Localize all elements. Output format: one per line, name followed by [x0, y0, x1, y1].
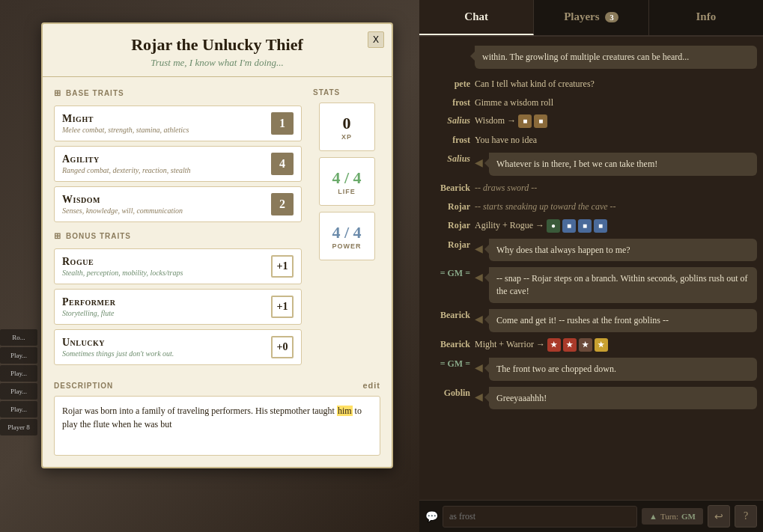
turn-label: Turn:: [660, 512, 678, 521]
trait-agility-info: Agility Ranged combat, dexterity, reacti…: [62, 153, 271, 174]
chat-input[interactable]: [443, 506, 637, 528]
stat-xp-label: XP: [341, 133, 352, 141]
stat-life-label: LIFE: [338, 188, 356, 195]
trait-might-value: 1: [271, 112, 294, 135]
msg-salius-wisdom: Wisdom → ■ ■: [475, 114, 757, 128]
message-frost-noidea: frost You have no idea: [425, 132, 757, 148]
msg-bg-bubble: within. The growling of multiple creatur…: [475, 46, 757, 69]
msg-gm-chopped-bubble: The front two are chopped down.: [489, 358, 757, 381]
sidebar-player-4[interactable]: Play...: [0, 383, 37, 400]
stat-xp-value: 0: [343, 114, 351, 133]
traits-section: ⊞ BASE TRAITS Might Melee combat, streng…: [54, 88, 302, 370]
message-goblin: Goblin ◀ Greeyaaahhh!: [425, 385, 757, 412]
msg-sender-gm-1: = GM =: [425, 267, 470, 279]
msg-gm-chopped: The front two are chopped down.: [489, 358, 757, 381]
trait-performer-desc: Storytelling, flute: [62, 309, 271, 317]
turn-arrow-icon: ▲: [649, 512, 657, 521]
salius-dice: ■ ■: [518, 114, 547, 128]
msg-goblin-bubble: Greeyaaahhh!: [489, 387, 757, 410]
msg-sender-bearick-1: Bearick: [425, 182, 470, 194]
description-header: DESCRIPTION edit: [54, 381, 380, 390]
msg-frost-noidea: You have no idea: [475, 134, 757, 147]
sidebar-player-2[interactable]: Play...: [0, 347, 37, 364]
die-2: ■: [534, 114, 547, 128]
arrow-gm-1: ◀: [475, 271, 483, 284]
die-rojar-1: ●: [547, 219, 560, 233]
msg-salius-bet-bubble: Whatever is in there, I bet we can take …: [489, 153, 757, 176]
chat-input-bar: 💬 ▲ Turn: GM ↩ ?: [419, 500, 763, 532]
trait-unlucky-value: +0: [271, 336, 294, 358]
trait-rogue-value: +1: [271, 255, 294, 278]
message-bearick-sword: Bearick -- draws sword --: [425, 180, 757, 196]
trait-might-desc: Melee combat, strength, stamina, athleti…: [62, 126, 271, 134]
msg-sender-rojar-2: Rojar: [425, 219, 470, 231]
trait-unlucky-name: Unlucky: [62, 337, 271, 349]
highlight-him: him: [337, 406, 353, 416]
chat-send-button[interactable]: ↩: [708, 505, 730, 528]
msg-gm-snap: -- snap -- Rojar steps on a branch. With…: [489, 267, 757, 303]
message-gm-chopped: = GM = ◀ The front two are chopped down.: [425, 356, 757, 382]
left-panel: X Rojar the Unlucky Thief Trust me, I kn…: [0, 0, 419, 532]
msg-sender-goblin: Goblin: [425, 387, 470, 399]
message-frost-wisdom: frost Gimme a wisdom roll: [425, 95, 757, 111]
character-card: X Rojar the Unlucky Thief Trust me, I kn…: [41, 22, 393, 468]
card-header: X Rojar the Unlucky Thief Trust me, I kn…: [43, 24, 392, 77]
card-body: ⊞ BASE TRAITS Might Melee combat, streng…: [43, 77, 392, 381]
die-bearick-2: ★: [563, 338, 577, 352]
tab-chat[interactable]: Chat: [419, 0, 534, 35]
msg-sender-pete: pete: [425, 78, 470, 90]
arrow-gm-2: ◀: [475, 361, 483, 374]
stat-power: 4 / 4 POWER: [319, 212, 375, 260]
sidebar-player-6[interactable]: Player 8: [0, 419, 37, 435]
sidebar-player-5[interactable]: Play...: [0, 401, 37, 418]
trait-agility-name: Agility: [62, 153, 271, 165]
turn-indicator: ▲ Turn: GM: [642, 508, 703, 525]
msg-goblin: Greeyaaahhh!: [489, 387, 757, 410]
arrow-bearick: ◀: [475, 313, 483, 325]
msg-sender-empty: [425, 46, 470, 46]
msg-sender-bearick-3: Bearick: [425, 338, 470, 350]
chat-messages[interactable]: within. The growling of multiple creatur…: [419, 37, 763, 500]
chat-help-button[interactable]: ?: [735, 505, 757, 528]
description-edit-button[interactable]: edit: [362, 381, 380, 390]
msg-bearick-warrior: Might + Warrior → ★ ★ ★ ★: [475, 338, 757, 352]
stats-label: STATS: [313, 88, 340, 97]
msg-bearick-come-bubble: Come and get it! -- rushes at the front …: [489, 309, 757, 332]
msg-sender-rojar-1: Rojar: [425, 201, 470, 213]
msg-sender-rojar-3: Rojar: [425, 239, 470, 251]
arrow-rojar: ◀: [475, 242, 483, 255]
right-panel: Chat Players 3 Info within. The growling…: [419, 0, 763, 532]
trait-wisdom-desc: Senses, knowledge, will, communication: [62, 207, 271, 215]
trait-unlucky-info: Unlucky Sometimes things just don't work…: [62, 337, 271, 358]
message-rojar-why: Rojar ◀ Why does that always happen to m…: [425, 237, 757, 263]
close-button[interactable]: X: [368, 31, 384, 48]
msg-gm-snap-bubble: -- snap -- Rojar steps on a branch. With…: [489, 267, 757, 303]
die-rojar-3: ■: [578, 219, 592, 233]
msg-bg-content: within. The growling of multiple creatur…: [475, 46, 757, 69]
msg-sender-salius-2: Salius: [425, 153, 470, 165]
die-rojar-4: ■: [594, 219, 607, 233]
bonus-traits-header: ⊞ BONUS TRAITS: [54, 231, 302, 241]
msg-rojar-why-bubble: Why does that always happen to me?: [489, 239, 757, 262]
msg-sender-frost-2: frost: [425, 134, 470, 146]
tab-info[interactable]: Info: [649, 0, 763, 35]
msg-frost-wisdom: Gimme a wisdom roll: [475, 97, 757, 109]
trait-wisdom: Wisdom Senses, knowledge, will, communic…: [54, 186, 302, 222]
trait-agility: Agility Ranged combat, dexterity, reacti…: [54, 146, 302, 182]
die-1: ■: [518, 114, 532, 128]
turn-name: GM: [681, 512, 696, 521]
stat-power-value: 4 / 4: [332, 223, 361, 242]
bonus-traits-icon: ⊞: [54, 231, 61, 241]
msg-salius-bet: Whatever is in there, I bet we can take …: [489, 153, 757, 176]
tab-players[interactable]: Players 3: [534, 0, 648, 35]
sidebar-player-1[interactable]: Ro...: [0, 329, 37, 346]
message-bearick-come: Bearick ◀ Come and get it! -- rushes at …: [425, 308, 757, 334]
trait-rogue-desc: Stealth, perception, mobility, locks/tra…: [62, 269, 271, 277]
trait-performer: Performer Storytelling, flute +1: [54, 289, 302, 325]
sidebar-player-3[interactable]: Play...: [0, 365, 37, 382]
chat-tabs: Chat Players 3 Info: [419, 0, 763, 37]
trait-unlucky-desc: Sometimes things just don't work out.: [62, 349, 271, 358]
bearick-dice: ★ ★ ★ ★: [547, 338, 608, 352]
message-bg-text: within. The growling of multiple creatur…: [425, 44, 757, 70]
description-section: DESCRIPTION edit Rojar was born into a f…: [43, 381, 392, 467]
